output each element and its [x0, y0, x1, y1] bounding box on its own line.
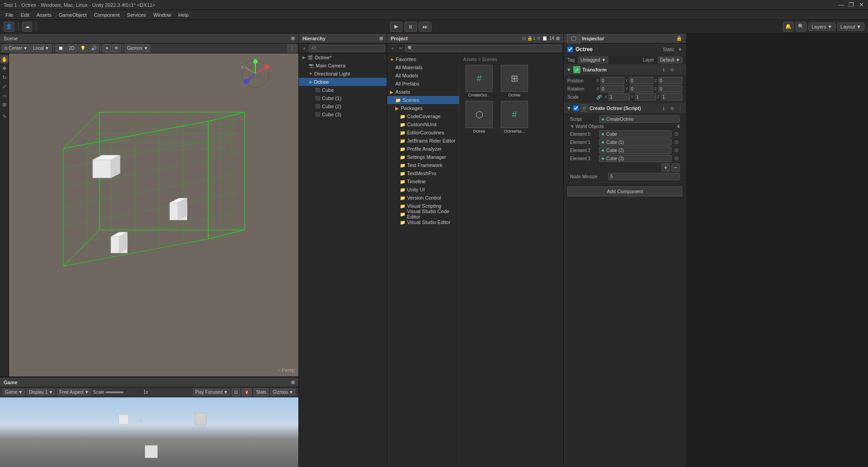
script-field-value[interactable]: ◈ CreateOctree: [599, 115, 680, 123]
position-z-field[interactable]: 0: [658, 77, 682, 84]
custom-tool[interactable]: ✎: [0, 112, 9, 120]
script-menu-btn[interactable]: ⋮: [677, 105, 683, 111]
menu-file[interactable]: File: [2, 11, 17, 19]
asset-octree-scene[interactable]: ⊞ Octree: [499, 65, 530, 97]
tree-all-materials[interactable]: All Materials: [387, 63, 459, 71]
hierarchy-item-cube1[interactable]: ⬛ Cube (1): [299, 94, 387, 102]
rotation-x-field[interactable]: 0: [600, 85, 624, 92]
2d-button[interactable]: 2D: [67, 44, 77, 52]
tree-code-coverage[interactable]: 📁 CodeCoverage: [387, 112, 459, 120]
maximize-button[interactable]: ❐: [848, 2, 854, 8]
asset-octree-mesh[interactable]: ⬡ Octree: [463, 101, 495, 133]
hierarchy-menu-dot[interactable]: [379, 37, 383, 40]
menu-help[interactable]: Help: [175, 11, 192, 19]
game-dropdown[interactable]: Game ▼: [3, 389, 25, 396]
active-checkbox[interactable]: [567, 47, 573, 52]
scene-orientation-gizmo[interactable]: X X Y Z: [240, 58, 271, 90]
element-minus-0[interactable]: ⊙: [673, 131, 680, 137]
tree-assets[interactable]: ▶ Assets: [387, 88, 459, 96]
scale-slider[interactable]: [106, 391, 142, 393]
center-pivot-button[interactable]: ⊙ Center ▼: [2, 44, 30, 52]
tree-all-prefabs[interactable]: All Prefabs: [387, 80, 459, 88]
position-y-field[interactable]: 0: [629, 77, 653, 84]
tag-dropdown[interactable]: Untagged ▼: [578, 57, 608, 63]
gizmos-game-dropdown[interactable]: Gizmos ▼: [270, 389, 296, 396]
hierarchy-item-main-camera[interactable]: 📷 Main Camera: [299, 62, 387, 70]
transform-menu-btn[interactable]: ⋮: [677, 67, 683, 73]
tree-all-models[interactable]: All Models: [387, 71, 459, 80]
tree-settings-manager[interactable]: 📁 Settings Manager: [387, 153, 459, 161]
position-x-field[interactable]: 0: [600, 77, 624, 84]
tree-timeline[interactable]: 📁 Timeline: [387, 177, 459, 186]
scene-more-button[interactable]: ⋮: [288, 44, 297, 52]
node-minsize-field[interactable]: 5: [608, 173, 680, 180]
add-element-btn[interactable]: +: [662, 163, 670, 172]
element-value-3[interactable]: ◈ Cube (3): [599, 155, 671, 162]
hierarchy-item-cube3[interactable]: ⬛ Cube (3): [299, 110, 387, 119]
tree-favorites[interactable]: ★ Favorites: [387, 55, 459, 63]
step-button[interactable]: ⏭: [419, 22, 432, 32]
project-menu-dot[interactable]: [556, 37, 560, 40]
transform-tool[interactable]: ⊞: [0, 100, 9, 109]
rotation-y-field[interactable]: 0: [629, 85, 653, 92]
script-component-header[interactable]: ▼ # Create Octree (Script) ℹ ⚙ ⋮: [564, 103, 686, 113]
element-value-1[interactable]: ◈ Cube (1): [599, 138, 671, 146]
menu-assets[interactable]: Assets: [33, 11, 55, 19]
tree-jetbrains[interactable]: 📁 JetBrains Rider Editor: [387, 137, 459, 145]
hierarchy-item-octree[interactable]: ◈ Octree: [299, 78, 387, 86]
tree-packages[interactable]: ▶ Packages: [387, 104, 459, 112]
remove-element-btn[interactable]: −: [671, 163, 680, 172]
account-button[interactable]: 👤: [4, 22, 14, 32]
render-mode-button[interactable]: 🔲: [56, 44, 66, 52]
scale-x-field[interactable]: 1: [609, 93, 630, 100]
project-add-btn[interactable]: +: [389, 45, 396, 52]
hierarchy-item-cube[interactable]: ⬛ Cube: [299, 86, 387, 94]
search-toolbar-button[interactable]: 🔍: [796, 22, 806, 32]
tree-scenes[interactable]: 📁 Scenes: [387, 96, 459, 104]
element-minus-2[interactable]: ⊙: [673, 147, 680, 153]
transform-info-btn[interactable]: ℹ: [661, 67, 667, 73]
tree-editor-coroutines[interactable]: 📁 EditorCoroutines: [387, 129, 459, 137]
rect-tool[interactable]: ▭: [0, 91, 9, 100]
asset-octreena[interactable]: # OctreeNa...: [499, 101, 530, 133]
minimize-button[interactable]: —: [838, 2, 844, 8]
game-viewport[interactable]: [0, 397, 298, 467]
script-settings-btn[interactable]: ⚙: [669, 105, 675, 111]
effects-button[interactable]: ✦: [103, 44, 111, 52]
add-component-button[interactable]: Add Component: [567, 186, 682, 196]
element-minus-3[interactable]: ⊙: [673, 155, 680, 162]
scale-y-field[interactable]: 1: [635, 93, 656, 100]
element-value-2[interactable]: ◈ Cube (2): [599, 147, 671, 154]
menu-services[interactable]: Services: [123, 11, 149, 19]
tree-vs-editor[interactable]: 📁 Visual Studio Editor: [387, 218, 459, 226]
local-global-button[interactable]: Local ▼: [31, 44, 52, 52]
world-objects-expand[interactable]: ▼: [570, 124, 575, 129]
close-button[interactable]: ✕: [858, 2, 864, 8]
tree-unity-ui[interactable]: 📁 Unity UI: [387, 186, 459, 194]
hierarchy-menu-icon[interactable]: ⋮: [383, 55, 387, 60]
gizmos-button[interactable]: Gizmos ▼: [125, 44, 151, 52]
menu-window[interactable]: Window: [150, 11, 175, 19]
script-active-checkbox[interactable]: [573, 105, 579, 111]
display-dropdown[interactable]: Display 1 ▼: [27, 389, 55, 396]
hierarchy-item-directional-light[interactable]: ☀ Directional Light: [299, 70, 387, 78]
script-info-btn[interactable]: ℹ: [661, 105, 667, 111]
transform-header[interactable]: ▼ ⤢ Transform ℹ ⚙ ⋮: [564, 65, 686, 75]
hierarchy-item-octree-scene[interactable]: ▶ 🎬 Octree* ⋮: [299, 53, 387, 62]
scene-viewport[interactable]: ✋ ✥ ↻ ⤢ ▭ ⊞ ✎: [0, 53, 298, 376]
hierarchy-search-input[interactable]: [309, 45, 385, 52]
audio-button[interactable]: 🔊: [89, 44, 99, 52]
play-button[interactable]: ▶: [390, 22, 403, 32]
layers-dropdown[interactable]: Layers ▼: [808, 23, 835, 31]
element-minus-1[interactable]: ⊙: [673, 139, 680, 145]
move-tool[interactable]: ✥: [0, 64, 9, 72]
maximize-game-btn[interactable]: ⊡: [232, 388, 240, 396]
hand-tool[interactable]: ✋: [0, 55, 9, 63]
transform-settings-btn[interactable]: ⚙: [669, 67, 675, 73]
menu-edit[interactable]: Edit: [17, 11, 33, 19]
menu-gameobject[interactable]: GameObject: [55, 11, 91, 19]
tree-test-framework[interactable]: 📁 Test Framework: [387, 161, 459, 169]
hierarchy-add-btn[interactable]: +: [301, 45, 308, 52]
project-search-bar[interactable]: 🔍: [405, 45, 561, 52]
cloud-button[interactable]: ☁: [22, 22, 32, 32]
